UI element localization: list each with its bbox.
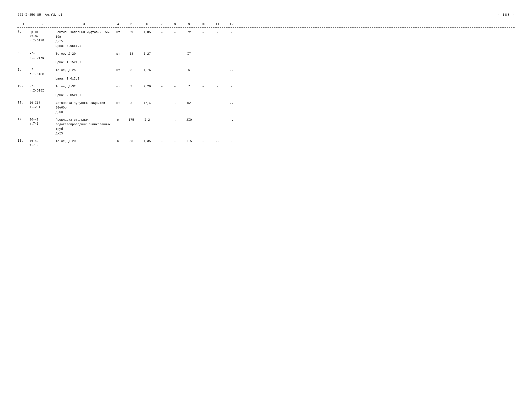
- row-unit: шт: [112, 68, 124, 72]
- row-unit: шт: [112, 30, 124, 34]
- row-desc: То же, Д-25: [55, 68, 112, 72]
- row-col5: 3: [124, 68, 139, 72]
- row-ref: Пр-нт 23-07 п.I-OI78: [29, 30, 55, 43]
- row-col11: –: [210, 84, 224, 88]
- row-col12: ..: [224, 68, 239, 72]
- row-group-5: I2.I6-4I т.7-3Прокладка стальных водогаз…: [17, 115, 515, 137]
- table-row: II.I6-II7 т.I2-IУстановка чугунных задви…: [17, 101, 515, 115]
- row-col9: 52: [182, 101, 196, 105]
- col-header-11: II: [210, 22, 224, 26]
- row-col9: 2IO: [182, 118, 196, 121]
- row-subdesc-text: Цена: I,I5хI,I: [55, 60, 81, 64]
- table-container: I 2 3 4 5 6 7 8 9 IO II I2 7.Пр-нт 23-07…: [17, 21, 515, 148]
- row-group-0: 7.Пр-нт 23-07 п.I-OI78Вентиль запорный м…: [17, 28, 515, 49]
- row-col9: 72: [182, 30, 196, 34]
- row-col8: –.: [168, 118, 182, 121]
- row-desc: То же, Д-32: [55, 84, 112, 89]
- row-col12: –: [224, 84, 239, 88]
- column-headers: I 2 3 4 5 6 7 8 9 IO II I2: [17, 21, 515, 28]
- row-col7: –: [156, 139, 168, 143]
- row-num: IO.: [17, 84, 29, 88]
- row-num: I2.: [17, 118, 29, 121]
- col-header-10: IO: [196, 22, 210, 26]
- row-subdesc: Цена: I,I5хI,I: [17, 60, 515, 65]
- row-col6: 2,26: [139, 84, 156, 88]
- row-group-1: 8.-"- п.I-OI79То же, Д-20штI3I,27––I7–––…: [17, 49, 515, 66]
- row-subdesc-text: Цена: 0,95хI,I: [55, 44, 81, 48]
- row-col9: 7: [182, 84, 196, 88]
- table-row: I2.I6-4I т.7-3Прокладка стальных водогаз…: [17, 118, 515, 136]
- row-col10: –: [196, 84, 210, 88]
- row-desc: То же, Д-20: [55, 139, 112, 143]
- row-col8: –: [168, 52, 182, 55]
- row-unit: шт: [112, 84, 124, 88]
- row-col8: –: [168, 139, 182, 143]
- row-col5: 69: [124, 30, 139, 34]
- row-col8: –: [168, 84, 182, 88]
- row-col6: I,05: [139, 30, 156, 34]
- row-col8: –: [168, 30, 182, 34]
- row-col9: I7: [182, 52, 196, 55]
- row-col10: –: [196, 52, 210, 55]
- row-col6: I,35: [139, 139, 156, 143]
- row-col7: –: [156, 30, 168, 34]
- col-header-9: 9: [182, 22, 196, 26]
- row-subdesc-text: Цена: 2,05хI,I: [55, 93, 81, 97]
- row-col7: –: [156, 52, 168, 55]
- row-col8: –: [168, 68, 182, 72]
- row-col12: ..: [224, 101, 239, 105]
- row-col5: 3: [124, 101, 139, 105]
- row-col12: –: [224, 30, 239, 34]
- row-col5: I3: [124, 52, 139, 55]
- row-col11: –: [210, 52, 224, 55]
- row-unit: м: [112, 118, 124, 121]
- row-col11: –: [210, 68, 224, 72]
- row-col11: ..: [210, 139, 224, 143]
- row-col11: –: [210, 118, 224, 121]
- row-col6: I,27: [139, 52, 156, 55]
- row-group-6: I3.I6-42 т.7-3То же, Д-20м85I,35––II5–..…: [17, 137, 515, 148]
- row-subdesc: Цена: I,6хI,I: [17, 77, 515, 81]
- row-col10: –: [196, 139, 210, 143]
- row-group-3: IO.-"- п.I-OI8IТо же, Д-32шт32,26––7–––Ц…: [17, 82, 515, 99]
- row-col8: –.: [168, 101, 182, 105]
- row-col10: –: [196, 118, 210, 121]
- table-row: I3.I6-42 т.7-3То же, Д-20м85I,35––II5–..…: [17, 139, 515, 148]
- row-col9: II5: [182, 139, 196, 143]
- row-col12: –: [224, 139, 239, 143]
- row-subdesc-text: Цена: I,6хI,I: [55, 77, 79, 80]
- col-header-5: 5: [124, 22, 139, 26]
- row-unit: шт: [112, 52, 124, 55]
- row-group-4: II.I6-II7 т.I2-IУстановка чугунных задви…: [17, 99, 515, 115]
- table-row: 7.Пр-нт 23-07 п.I-OI78Вентиль запорный м…: [17, 30, 515, 44]
- col-header-3: 3: [55, 22, 112, 26]
- row-unit: м: [112, 139, 124, 143]
- row-col9: 5: [182, 68, 196, 72]
- table-row: 8.-"- п.I-OI79То же, Д-20штI3I,27––I7–––: [17, 52, 515, 60]
- col-header-12: I2: [224, 22, 239, 26]
- row-num: 7.: [17, 30, 29, 34]
- row-col6: I,76: [139, 68, 156, 72]
- row-col7: –: [156, 84, 168, 88]
- row-col5: 85: [124, 139, 139, 143]
- table-row: 9.-"- п.I-OI80То же, Д-25шт3I,76––5––..: [17, 68, 515, 77]
- row-col10: –: [196, 101, 210, 105]
- row-subdesc: Цена: 0,95хI,I: [17, 44, 515, 49]
- row-col7: –: [156, 118, 168, 121]
- row-ref: -"- п.I-OI80: [29, 68, 55, 77]
- row-col12: –: [224, 52, 239, 55]
- row-num: I3.: [17, 139, 29, 143]
- row-ref: I6-4I т.7-3: [29, 118, 55, 126]
- row-subdesc: Цена: 2,05хI,I: [17, 93, 515, 98]
- col-header-1: I: [17, 22, 29, 26]
- row-col6: I7,4: [139, 101, 156, 105]
- header-left: 22I-I-450.85. Ал.УШ,ч.I: [17, 13, 62, 17]
- row-col11: –: [210, 30, 224, 34]
- col-header-8: 8: [168, 22, 182, 26]
- row-num: 8.: [17, 52, 29, 55]
- row-ref: I6-42 т.7-3: [29, 139, 55, 148]
- row-desc: Вентиль запорный муфтовый I5Б-I6к Д-I5: [55, 30, 112, 44]
- row-col10: –: [196, 68, 210, 72]
- row-ref: -"- п.I-OI8I: [29, 84, 55, 93]
- col-header-2: 2: [29, 22, 55, 26]
